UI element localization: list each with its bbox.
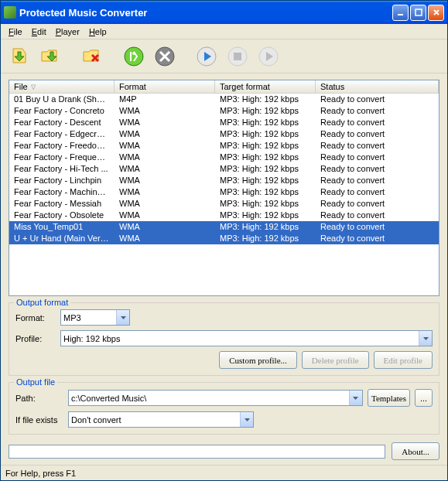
table-row[interactable]: Fear Factory - Machine ...WMAMP3: High: … <box>9 186 439 198</box>
app-window: Protected Music Converter File Edit Play… <box>0 0 448 481</box>
svg-rect-1 <box>416 9 422 15</box>
cell-status: Ready to convert <box>316 186 439 198</box>
maximize-button[interactable] <box>410 5 426 21</box>
add-file-button[interactable] <box>7 44 32 69</box>
cell-target: MP3: High: 192 kbps <box>215 210 316 221</box>
dropdown-icon <box>349 391 362 405</box>
cell-status: Ready to convert <box>316 233 439 244</box>
column-file[interactable]: File▽ <box>9 80 115 93</box>
menu-edit[interactable]: Edit <box>27 26 51 38</box>
next-button[interactable] <box>256 44 281 69</box>
output-format-group: Output format Format: MP3 Profile: High:… <box>9 302 439 376</box>
if-exists-select[interactable]: Don't convert <box>68 411 254 428</box>
format-label: Format: <box>15 313 56 322</box>
table-row[interactable]: U + Ur Hand (Main Versi...WMAMP3: High: … <box>9 233 439 244</box>
minimize-button[interactable] <box>392 5 409 21</box>
titlebar[interactable]: Protected Music Converter <box>1 1 447 24</box>
table-row[interactable]: Fear Factory - LinchpinWMAMP3: High: 192… <box>9 175 439 186</box>
stop-convert-button[interactable] <box>152 44 177 69</box>
window-title: Protected Music Converter <box>19 7 392 19</box>
table-row[interactable]: Fear Factory - Freedom...WMAMP3: High: 1… <box>9 140 439 152</box>
menu-player[interactable]: Player <box>51 26 84 38</box>
cell-format: WMA <box>115 198 215 210</box>
svg-point-2 <box>125 47 143 66</box>
cell-status: Ready to convert <box>316 163 439 175</box>
dropdown-icon <box>240 412 253 427</box>
about-button[interactable]: About... <box>392 442 439 460</box>
table-row[interactable]: Fear Factory - DescentWMAMP3: High: 192 … <box>9 117 439 128</box>
svg-point-3 <box>132 52 135 55</box>
cell-status: Ready to convert <box>316 175 439 186</box>
cell-file: Fear Factory - Hi-Tech ... <box>9 163 115 175</box>
if-exists-label: If file exists <box>15 415 63 425</box>
profile-select[interactable]: High: 192 kbps <box>60 330 433 346</box>
path-label: Path: <box>15 394 63 403</box>
list-header: File▽ Format Target format Status <box>9 80 439 94</box>
table-row[interactable]: Fear Factory - FrequencyWMAMP3: High: 19… <box>9 152 439 163</box>
cell-file: U + Ur Hand (Main Versi... <box>9 233 115 244</box>
cell-target: MP3: High: 192 kbps <box>215 198 316 210</box>
cell-format: WMA <box>115 117 215 128</box>
cell-target: MP3: High: 192 kbps <box>215 105 316 117</box>
cell-format: WMA <box>115 128 215 140</box>
menu-help[interactable]: Help <box>84 26 111 38</box>
cell-status: Ready to convert <box>316 94 439 105</box>
remove-button[interactable] <box>80 44 104 69</box>
progress-bar <box>9 445 385 459</box>
cell-target: MP3: High: 192 kbps <box>215 140 316 152</box>
table-row[interactable]: Fear Factory - Hi-Tech ...WMAMP3: High: … <box>9 163 439 175</box>
cell-format: WMA <box>115 152 215 163</box>
cell-file: Fear Factory - Frequency <box>9 152 115 163</box>
cell-target: MP3: High: 192 kbps <box>215 117 316 128</box>
add-folder-button[interactable] <box>38 44 63 69</box>
cell-status: Ready to convert <box>316 221 439 233</box>
cell-format: WMA <box>115 105 215 117</box>
sort-arrow-icon: ▽ <box>31 84 36 90</box>
table-row[interactable]: Fear Factory - MessiahWMAMP3: High: 192 … <box>9 198 439 210</box>
list-body[interactable]: 01 Buy U a Drank (Shaw...M4PMP3: High: 1… <box>9 94 439 295</box>
cell-status: Ready to convert <box>316 117 439 128</box>
cell-file: 01 Buy U a Drank (Shaw... <box>9 94 115 105</box>
file-list[interactable]: File▽ Format Target format Status 01 Buy… <box>9 80 439 296</box>
close-button[interactable] <box>428 5 444 21</box>
cell-status: Ready to convert <box>316 198 439 210</box>
column-target[interactable]: Target format <box>215 80 316 93</box>
menu-file[interactable]: File <box>4 26 27 38</box>
edit-profile-button[interactable]: Edit profile <box>374 351 433 369</box>
cell-format: WMA <box>115 210 215 221</box>
cell-file: Miss You_Temp01 <box>9 221 115 233</box>
browse-button[interactable]: ... <box>415 389 433 407</box>
format-select[interactable]: MP3 <box>60 309 130 326</box>
convert-button[interactable] <box>121 44 146 69</box>
cell-file: Fear Factory - Descent <box>9 117 115 128</box>
cell-file: Fear Factory - Freedom... <box>9 140 115 152</box>
cell-status: Ready to convert <box>316 152 439 163</box>
cell-format: WMA <box>115 175 215 186</box>
templates-button[interactable]: Templates <box>368 389 410 407</box>
stop-button[interactable] <box>225 44 250 69</box>
table-row[interactable]: Miss You_Temp01WMAMP3: High: 192 kbpsRea… <box>9 221 439 233</box>
statusbar: For Help, press F1 <box>1 465 447 480</box>
custom-profile-button[interactable]: Custom profile... <box>219 351 297 369</box>
cell-target: MP3: High: 192 kbps <box>215 186 316 198</box>
play-button[interactable] <box>194 44 219 69</box>
table-row[interactable]: Fear Factory - Edgecrus...WMAMP3: High: … <box>9 128 439 140</box>
cell-file: Fear Factory - Linchpin <box>9 175 115 186</box>
cell-target: MP3: High: 192 kbps <box>215 163 316 175</box>
delete-profile-button[interactable]: Delete profile <box>302 351 369 369</box>
table-row[interactable]: Fear Factory - ObsoleteWMAMP3: High: 192… <box>9 210 439 221</box>
column-format[interactable]: Format <box>115 80 215 93</box>
cell-target: MP3: High: 192 kbps <box>215 94 316 105</box>
cell-target: MP3: High: 192 kbps <box>215 152 316 163</box>
cell-status: Ready to convert <box>316 105 439 117</box>
table-row[interactable]: Fear Factory - ConcretoWMAMP3: High: 192… <box>9 105 439 117</box>
output-file-group: Output file Path: c:\Converted Music\ Te… <box>9 382 439 435</box>
cell-format: WMA <box>115 186 215 198</box>
table-row[interactable]: 01 Buy U a Drank (Shaw...M4PMP3: High: 1… <box>9 94 439 105</box>
cell-target: MP3: High: 192 kbps <box>215 128 316 140</box>
path-select[interactable]: c:\Converted Music\ <box>68 390 363 406</box>
output-format-legend: Output format <box>14 298 70 307</box>
app-icon <box>4 6 16 19</box>
output-file-legend: Output file <box>14 377 57 387</box>
column-status[interactable]: Status <box>316 80 439 93</box>
